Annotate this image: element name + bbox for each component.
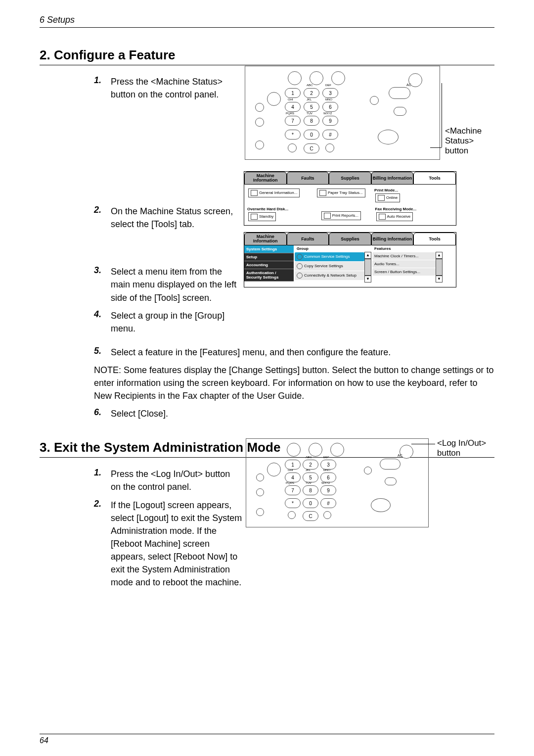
- step-number-1: 1.: [94, 75, 111, 86]
- tiny-tuv: TUV: [306, 481, 312, 484]
- keypad-3: 3: [320, 460, 336, 470]
- print-reports-button[interactable]: Print Reports...: [321, 211, 361, 220]
- tab-faults-2[interactable]: Faults: [287, 233, 329, 245]
- keypad-5: 5: [304, 102, 319, 112]
- step-1-text: Press the <Machine Status> button on the…: [111, 75, 242, 101]
- keypad-4: 4: [285, 472, 301, 482]
- keypad-hash: #: [320, 498, 336, 508]
- general-info-button[interactable]: General Information...: [248, 189, 300, 197]
- features-header: Features: [372, 245, 443, 252]
- keypad-6: 6: [320, 472, 336, 482]
- panel-button: [256, 488, 264, 496]
- overwrite-button[interactable]: Standby: [248, 212, 276, 221]
- tab-faults[interactable]: Faults: [287, 172, 329, 185]
- tab-tools-2[interactable]: Tools: [413, 233, 456, 245]
- tab-machine-info[interactable]: Machine Information: [244, 172, 287, 185]
- note-text: NOTE: Some features display the [Change …: [94, 364, 494, 402]
- keypad-1: 1: [285, 88, 301, 98]
- keypad-0: 0: [304, 130, 319, 140]
- keypad-5: 5: [303, 472, 318, 482]
- keypad-star: *: [285, 130, 301, 140]
- features-scrollbar[interactable]: ▲ ▼: [436, 252, 443, 283]
- tiny-ghi: GHI: [288, 98, 293, 101]
- keypad-1: 1: [285, 460, 301, 470]
- panel-button: [325, 143, 334, 152]
- login-callout: <Log In/Out> button: [437, 438, 496, 458]
- step-4-text: Select a group in the [Group] menu.: [111, 309, 242, 335]
- page-number: 64: [40, 734, 494, 745]
- tiny-jkl: JKL: [306, 469, 311, 472]
- panel-button: [255, 141, 264, 149]
- print-mode-label: Print Mode...: [374, 188, 398, 192]
- tiny-def: DEF: [325, 84, 331, 87]
- paper-tray-button[interactable]: Paper Tray Status...: [317, 189, 365, 197]
- keypad-7: 7: [285, 116, 301, 126]
- fax-mode-button[interactable]: Auto Receive: [376, 212, 413, 221]
- tiny-mno: MNO: [323, 469, 330, 472]
- panel-button: [380, 459, 400, 470]
- tab-billing-2[interactable]: Billing Information: [371, 233, 414, 245]
- panel-button: [371, 498, 391, 512]
- fax-mode-label: Fax Receiving Mode...: [375, 207, 417, 211]
- tab-machine-info-2[interactable]: Machine Information: [244, 233, 287, 245]
- feature-screen-button[interactable]: Screen / Button Settings...: [372, 268, 436, 276]
- keypad-7: 7: [285, 485, 301, 495]
- panel-button: [370, 96, 379, 105]
- machine-status-callout: <Machine Status> button: [445, 126, 499, 156]
- scroll-down-icon[interactable]: ▼: [436, 276, 443, 283]
- group-copy-service[interactable]: Copy Service Settings: [295, 262, 364, 271]
- panel-button: [288, 143, 297, 152]
- tiny-tuv: TUV: [307, 112, 312, 115]
- panel-button: [385, 477, 397, 485]
- print-mode-button[interactable]: Online: [375, 193, 400, 202]
- keypad-8: 8: [304, 116, 319, 126]
- panel-button: [394, 107, 406, 116]
- tab-supplies[interactable]: Supplies: [329, 172, 371, 185]
- scroll-up-icon[interactable]: ▲: [364, 252, 371, 259]
- group-connectivity[interactable]: Connectivity & Network Setup: [295, 271, 364, 280]
- panel-button: [267, 92, 281, 106]
- side-auth-security[interactable]: Authentication / Security Settings: [244, 269, 294, 282]
- s3-step-number-1: 1.: [94, 468, 111, 478]
- tab-tools[interactable]: Tools: [413, 172, 456, 185]
- group-scrollbar[interactable]: ▲ ▼: [364, 252, 371, 283]
- keypad-hash: #: [322, 130, 338, 140]
- callout-line-icon: [411, 444, 435, 444]
- panel-button: [255, 103, 264, 112]
- control-panel-figure-1: 1 2 3 4 5 6 7 8 9 * 0 # C ABC DEF GHI JK…: [245, 66, 440, 160]
- s3-step-number-2: 2.: [94, 499, 111, 509]
- tiny-wxyz: WXYZ: [321, 481, 330, 484]
- step-number-3: 3.: [94, 265, 111, 276]
- panel-button: [310, 71, 323, 85]
- group-header: Group: [295, 245, 371, 252]
- panel-button: [255, 118, 264, 127]
- keypad-2: 2: [304, 88, 319, 98]
- tab-billing[interactable]: Billing Information: [371, 172, 414, 185]
- step-number-5: 5.: [94, 346, 111, 356]
- tiny-def: DEF: [323, 456, 329, 459]
- panel-button: [288, 71, 302, 85]
- scroll-up-icon[interactable]: ▲: [436, 252, 443, 259]
- panel-button: [267, 463, 281, 476]
- features-column: Features Machine Clock / Timers... Audio…: [372, 245, 443, 288]
- panel-button: [364, 467, 372, 474]
- feature-clock-timers[interactable]: Machine Clock / Timers...: [372, 252, 436, 260]
- feature-audio-tones[interactable]: Audio Tones...: [372, 260, 436, 268]
- group-common-service[interactable]: Common Service Settings: [295, 252, 364, 261]
- keypad-6: 6: [322, 102, 338, 112]
- s3-step-2-text: If the [Logout] screen appears, select […: [111, 499, 242, 589]
- keypad-0: 0: [303, 498, 318, 508]
- tab-supplies-2[interactable]: Supplies: [329, 233, 371, 245]
- scroll-down-icon[interactable]: ▼: [364, 276, 371, 283]
- chapter-header: 6 Setups: [40, 15, 494, 28]
- tiny-wxyz: WXYZ: [323, 112, 332, 115]
- side-accounting[interactable]: Accounting: [244, 261, 294, 269]
- keypad-c: C: [304, 143, 319, 153]
- side-setup[interactable]: Setup: [244, 253, 294, 261]
- panel-button: [330, 443, 344, 457]
- overwrite-label: Overwrite Hard Disk...: [247, 207, 288, 211]
- play-icon: [297, 263, 303, 269]
- tiny-ac: AC: [398, 454, 402, 457]
- step-2-text: On the Machine Status screen, select the…: [111, 205, 242, 231]
- side-system-settings[interactable]: System Settings: [244, 245, 294, 253]
